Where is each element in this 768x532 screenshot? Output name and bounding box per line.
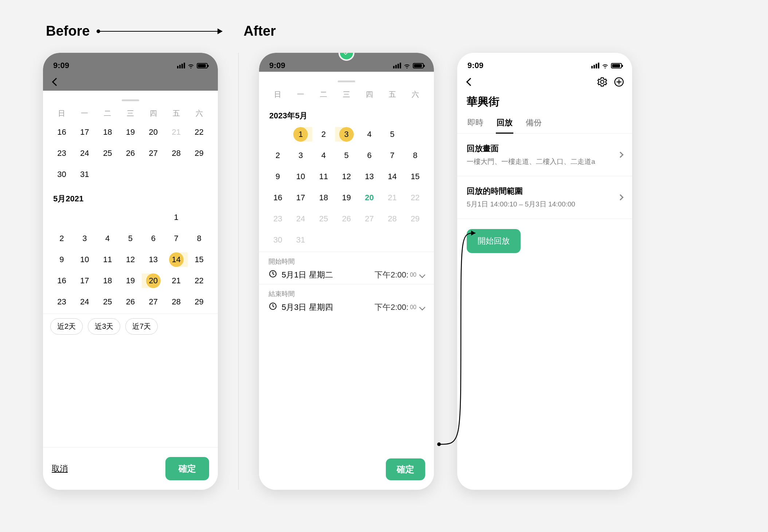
arrow-before-after: [98, 31, 222, 32]
start-playback-button[interactable]: 開始回放: [467, 229, 521, 253]
date-sheet: 日一二三四五六 2023年5月 12345 2345678 9101112131…: [259, 75, 434, 490]
end-date-text: 5月3日 星期四: [282, 302, 333, 313]
today[interactable]: 20: [358, 190, 381, 206]
pill-3days[interactable]: 近3天: [88, 318, 120, 335]
calendar-prev-month: 16171819202122 23242526272829 3031: [43, 122, 218, 186]
battery-icon: [413, 63, 424, 68]
pill-2days[interactable]: 近2天: [50, 318, 83, 335]
item-title: 回放的時間範圍: [467, 186, 575, 197]
confirm-button[interactable]: 確定: [386, 458, 425, 480]
phone-after-calendar: 9:09 日一二三四五六 2023年5月 12345 2345678 91011…: [259, 53, 434, 490]
start-time-label: 開始時間: [269, 257, 424, 266]
label-before: Before: [46, 23, 90, 39]
signal-icon: [591, 63, 599, 68]
sheet-handle[interactable]: [338, 80, 355, 82]
chevron-right-icon: [618, 152, 624, 158]
status-bar: 9:09: [457, 56, 632, 72]
cancel-button[interactable]: 取消: [52, 463, 68, 474]
day-of-week-header: 日一二三四五六: [259, 86, 434, 103]
label-after: After: [243, 23, 276, 39]
end-time-row[interactable]: 5月3日 星期四 下午2:00:00: [269, 302, 424, 313]
battery-icon: [611, 63, 622, 68]
before-after-labels: Before After: [46, 23, 276, 39]
page-title: 華興街: [457, 91, 632, 114]
clock-icon: [269, 302, 277, 313]
chevron-down-icon: [419, 272, 426, 278]
tab-playback[interactable]: 回放: [496, 114, 513, 133]
item-subtitle: 5月1日 14:00:10 – 5月3日 14:00:00: [467, 200, 575, 209]
confirm-button[interactable]: 確定: [165, 457, 209, 480]
tab-live[interactable]: 即時: [467, 114, 484, 133]
sheet-footer: 取消 確定: [43, 447, 218, 490]
item-subtitle: 一樓大門、一樓走道、二樓入口、二走道a: [467, 157, 595, 166]
gear-icon[interactable]: [597, 77, 607, 87]
wifi-icon: [403, 62, 411, 69]
back-button[interactable]: [465, 77, 475, 87]
range-start[interactable]: 1: [289, 126, 312, 142]
status-time: 9:09: [53, 61, 69, 70]
playback-screens-item[interactable]: 回放畫面 一樓大門、一樓走道、二樓入口、二走道a: [457, 134, 632, 176]
pill-7days[interactable]: 近7天: [125, 318, 158, 335]
playback-range-item[interactable]: 回放的時間範圍 5月1日 14:00:10 – 5月3日 14:00:00: [457, 176, 632, 219]
start-time-row[interactable]: 5月1日 星期二 下午2:00:00: [269, 269, 424, 280]
phone-before: 9:09 日一二三四五六 16171819202122 232425262728…: [43, 53, 218, 490]
chevron-down-icon: [419, 304, 426, 311]
status-bar: 9:09: [43, 56, 218, 72]
status-time: 9:09: [467, 61, 483, 70]
month-title: 2023年5月: [259, 103, 434, 124]
item-title: 回放畫面: [467, 143, 595, 154]
tabs: 即時 回放 備份: [457, 114, 632, 134]
month-title: 5月2021: [43, 186, 218, 207]
phone-after-result: 9:09 華興街 即時 回放 備份 回放畫面: [457, 53, 632, 490]
quick-range-pills: 近2天 近3天 近7天: [43, 314, 218, 339]
battery-icon: [197, 63, 208, 68]
date-sheet: 日一二三四五六 16171819202122 23242526272829 30…: [43, 94, 218, 490]
start-date-text: 5月1日 星期二: [282, 269, 333, 280]
wifi-icon: [187, 62, 195, 69]
sheet-handle[interactable]: [122, 99, 139, 101]
range-end[interactable]: 3: [335, 126, 358, 142]
end-time-label: 結束時間: [269, 289, 424, 298]
clock-icon: [269, 269, 277, 280]
wifi-icon: [602, 62, 609, 69]
start-time-section: 開始時間 5月1日 星期二 下午2:00:00: [259, 252, 434, 284]
signal-icon: [177, 63, 185, 68]
back-button[interactable]: [51, 77, 61, 87]
nav-bar: [43, 72, 218, 91]
add-icon[interactable]: [614, 77, 624, 87]
vertical-divider: [238, 53, 239, 490]
nav-bar: [457, 72, 632, 91]
range-start[interactable]: 14: [165, 252, 188, 268]
status-time: 9:09: [269, 61, 285, 70]
calendar-month: 12345 2345678 9101112131415 161718192021…: [259, 124, 434, 252]
chevron-right-icon: [618, 194, 624, 201]
calendar-month: 1 2345678 9101112131415 16171819202122 2…: [43, 207, 218, 314]
sheet-footer: 確定: [259, 451, 434, 490]
day-of-week-header: 日一二三四五六: [43, 105, 218, 122]
range-end[interactable]: 20: [142, 273, 165, 289]
tab-backup[interactable]: 備份: [525, 114, 542, 133]
signal-icon: [393, 63, 401, 68]
end-time-section: 結束時間 5月3日 星期四 下午2:00:00: [259, 284, 434, 316]
